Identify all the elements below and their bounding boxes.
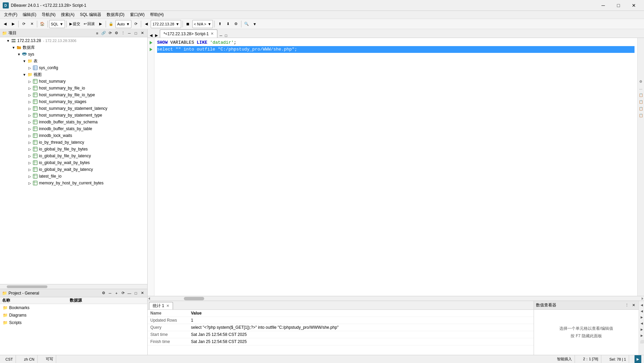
tree-sys-config[interactable]: ▷ sys_config bbox=[0, 64, 147, 71]
hscroll-left[interactable] bbox=[148, 297, 150, 300]
stats-tab[interactable]: 统计 1 ✕ bbox=[149, 302, 173, 309]
menu-window[interactable]: 窗口(W) bbox=[127, 11, 147, 19]
editor-hscrollbar[interactable] bbox=[148, 296, 644, 301]
side-btn-4[interactable]: ◀ bbox=[639, 321, 644, 326]
menu-search[interactable]: 搜索(A) bbox=[58, 11, 77, 19]
menu-edit[interactable]: 编辑(E) bbox=[20, 11, 39, 19]
side-btn-6[interactable]: ▶ bbox=[639, 333, 644, 338]
db-sync-button[interactable]: ⟳ bbox=[107, 30, 113, 36]
project-item-bookmarks[interactable]: 📁 Bookmarks bbox=[0, 304, 147, 311]
tree-view-item[interactable]: ▷ host_summary bbox=[0, 78, 147, 85]
project-sync-button[interactable]: ⟳ bbox=[120, 290, 126, 296]
hscroll-thumb[interactable] bbox=[184, 297, 204, 300]
db-settings-button[interactable]: ⚙ bbox=[113, 30, 120, 36]
menu-navigate[interactable]: 导航(N) bbox=[39, 11, 58, 19]
tree-view-item[interactable]: ▷ memory_by_host_by_current_bytes bbox=[0, 180, 147, 186]
hscroll-right[interactable] bbox=[642, 297, 643, 300]
project-item-scripts[interactable]: 📁 Scripts bbox=[0, 319, 147, 326]
tree-view-item[interactable]: ▷ io_global_by_file_by_latency bbox=[0, 153, 147, 159]
tree-view-item[interactable]: ▷ latest_file_io bbox=[0, 173, 147, 180]
tree-view-item[interactable]: ▷ host_summary_by_stages bbox=[0, 98, 147, 105]
tree-view-item[interactable]: ▷ innodb_lock_waits bbox=[0, 132, 147, 139]
refresh-button[interactable]: ⟳ bbox=[20, 20, 27, 28]
side-btn-5[interactable]: ▶ bbox=[639, 327, 644, 332]
db-link-button[interactable]: 🔗 bbox=[101, 30, 107, 36]
db-close-button[interactable]: ✕ bbox=[139, 30, 145, 36]
ers-btn-1[interactable]: ⚙ bbox=[638, 79, 644, 84]
project-item-diagrams[interactable]: 📁 Diagrams bbox=[0, 311, 147, 319]
ers-btn-5[interactable]: 📋 bbox=[638, 106, 644, 111]
tab-minimize[interactable]: ─ bbox=[219, 34, 223, 38]
side-btn-1[interactable]: ◀ bbox=[639, 302, 644, 308]
side-btn-7[interactable]: ⬜ bbox=[639, 339, 644, 344]
ers-btn-3[interactable]: 📋 bbox=[638, 92, 644, 98]
na-dropdown[interactable]: < N/A > ▼ bbox=[192, 20, 213, 28]
import-button[interactable]: ⬇ bbox=[224, 20, 232, 28]
run-arrow-2[interactable] bbox=[150, 48, 152, 51]
tree-view-item[interactable]: ▷ innodb_buffer_stats_by_table bbox=[0, 125, 147, 132]
connection-dropdown[interactable]: 172.22.13.28 ▼ bbox=[151, 20, 181, 28]
tree-view-item[interactable]: ▷ host_summary_by_file_io bbox=[0, 85, 147, 92]
submit-button[interactable]: ▶ 提交 bbox=[68, 20, 82, 28]
tree-view-item[interactable]: ▷ host_summary_by_statement_latency bbox=[0, 105, 147, 112]
auto-dropdown[interactable]: Auto ▼ bbox=[115, 20, 132, 28]
vv-close-btn[interactable]: ✕ bbox=[630, 302, 637, 308]
export-button[interactable]: ⬆ bbox=[216, 20, 223, 28]
tree-connection[interactable]: ▼ 172.22.13.28 - 172.22.13.28:3306 bbox=[0, 37, 147, 44]
tree-view-item[interactable]: ▷ host_summary_by_file_io_type bbox=[0, 92, 147, 98]
script1-tab[interactable]: *<172.22.13.28> Script-1 ✕ bbox=[160, 29, 217, 38]
project-plus-button[interactable]: + bbox=[113, 290, 120, 296]
project-maximize-btn[interactable]: □ bbox=[133, 290, 139, 296]
db-minimize-button[interactable]: ─ bbox=[126, 30, 132, 36]
tree-view-item[interactable]: ▷ io_global_by_file_by_bytes bbox=[0, 146, 147, 153]
run-arrow-1[interactable] bbox=[150, 41, 152, 44]
ers-btn-6[interactable]: 📋 bbox=[638, 113, 644, 118]
tree-view-item[interactable]: ▷ io_by_thread_by_latency bbox=[0, 139, 147, 146]
refresh2-button[interactable]: ⟳ bbox=[132, 20, 139, 28]
tab-maximize[interactable]: □ bbox=[224, 34, 228, 38]
tree-view-item[interactable]: ▷ host_summary_by_statement_type bbox=[0, 112, 147, 119]
db-maximize-button[interactable]: □ bbox=[133, 30, 139, 36]
home-button[interactable]: 🏠 bbox=[39, 20, 46, 28]
minimize-button[interactable]: ─ bbox=[596, 0, 611, 11]
script1-tab-close[interactable]: ✕ bbox=[211, 32, 214, 36]
stop-button[interactable]: ✕ bbox=[28, 20, 36, 28]
search-icon-btn[interactable]: ▼ bbox=[251, 20, 258, 28]
db-collapse-button[interactable]: ≡ bbox=[94, 30, 100, 36]
close-button[interactable]: ✕ bbox=[626, 0, 641, 11]
tree-view-item[interactable]: ▷ innodb_buffer_stats_by_schema bbox=[0, 119, 147, 125]
lock-button[interactable]: 🔒 bbox=[107, 20, 115, 28]
sql-editor[interactable]: SHOW VARIABLES LIKE 'datadir'; select ""… bbox=[154, 38, 637, 296]
menu-help[interactable]: 帮助(H) bbox=[147, 11, 167, 19]
maximize-button[interactable]: □ bbox=[611, 0, 626, 11]
project-close-btn[interactable]: ✕ bbox=[139, 290, 145, 296]
forward-button[interactable]: ▶ bbox=[9, 20, 17, 28]
project-minimize-btn[interactable]: — bbox=[126, 290, 132, 296]
sql-dropdown[interactable]: SQL ▼ bbox=[49, 20, 65, 28]
prev-button[interactable]: ◀ bbox=[143, 20, 150, 28]
project-minus-button[interactable]: ─ bbox=[107, 290, 113, 296]
tab-scroll-right[interactable]: ▶ bbox=[154, 33, 158, 38]
ers-btn-4[interactable]: 📋 bbox=[638, 99, 644, 104]
tab-scroll-left[interactable]: ◀ bbox=[149, 33, 153, 38]
menu-sql-editor[interactable]: SQL 编辑器 bbox=[77, 11, 104, 19]
execute-button[interactable]: ▶ bbox=[97, 20, 104, 28]
side-btn-2[interactable]: ◀ bbox=[639, 308, 644, 314]
ers-btn-2[interactable]: … bbox=[638, 85, 644, 91]
rollback-button[interactable]: ↩ 回滚 bbox=[82, 20, 96, 28]
menu-file[interactable]: 文件(F) bbox=[1, 11, 20, 19]
tree-views[interactable]: ▼ 📁 视图 bbox=[0, 71, 147, 78]
db-tree-hscroll[interactable] bbox=[0, 284, 147, 289]
settings-button[interactable]: ⚙ bbox=[232, 20, 240, 28]
side-btn-3[interactable]: ▶ bbox=[639, 315, 644, 320]
tree-databases[interactable]: ▼ 数据库 bbox=[0, 44, 147, 51]
tree-sys[interactable]: ▼ sys bbox=[0, 51, 147, 58]
menu-database[interactable]: 数据库(D) bbox=[104, 11, 127, 19]
tree-tables[interactable]: ▼ 📁 表 bbox=[0, 58, 147, 64]
stats-tab-close[interactable]: ✕ bbox=[166, 304, 169, 308]
vv-menu-btn[interactable]: ⋮ bbox=[624, 302, 630, 308]
tree-view-item[interactable]: ▷ io_global_by_wait_by_bytes bbox=[0, 159, 147, 166]
back-button[interactable]: ◀ bbox=[1, 20, 9, 28]
db-menu-button[interactable]: ⋮ bbox=[120, 30, 126, 36]
project-settings-button[interactable]: ⚙ bbox=[101, 290, 107, 296]
